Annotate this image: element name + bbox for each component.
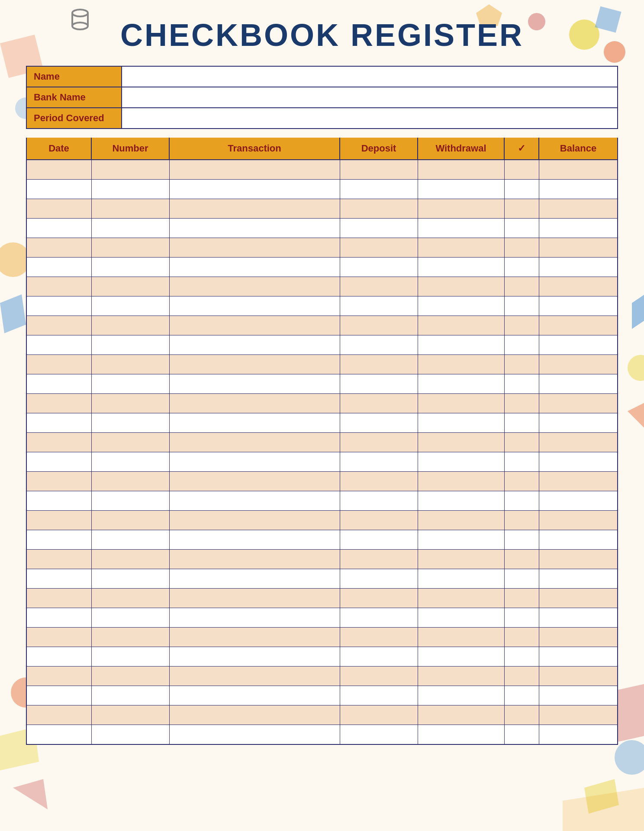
table-cell[interactable] [539, 589, 617, 608]
table-cell[interactable] [340, 589, 418, 608]
period-covered-value[interactable] [122, 108, 617, 128]
table-cell[interactable] [505, 413, 539, 432]
table-cell[interactable] [340, 608, 418, 627]
table-cell[interactable] [27, 452, 92, 471]
table-cell[interactable] [505, 355, 539, 374]
table-cell[interactable] [539, 452, 617, 471]
table-cell[interactable] [340, 550, 418, 569]
table-cell[interactable] [418, 335, 505, 354]
table-cell[interactable] [340, 725, 418, 744]
table-cell[interactable] [505, 569, 539, 588]
table-cell[interactable] [92, 219, 170, 238]
table-cell[interactable] [340, 452, 418, 471]
table-cell[interactable] [27, 394, 92, 413]
table-cell[interactable] [418, 452, 505, 471]
table-cell[interactable] [27, 316, 92, 335]
table-cell[interactable] [92, 258, 170, 277]
table-cell[interactable] [539, 355, 617, 374]
table-cell[interactable] [505, 452, 539, 471]
table-row[interactable] [27, 433, 617, 452]
table-cell[interactable] [340, 296, 418, 316]
table-cell[interactable] [27, 180, 92, 199]
table-cell[interactable] [505, 258, 539, 277]
table-cell[interactable] [539, 199, 617, 218]
table-cell[interactable] [27, 335, 92, 354]
table-cell[interactable] [27, 725, 92, 744]
table-row[interactable] [27, 277, 617, 296]
table-cell[interactable] [539, 219, 617, 238]
table-cell[interactable] [27, 608, 92, 627]
table-cell[interactable] [92, 199, 170, 218]
table-cell[interactable] [539, 238, 617, 257]
table-cell[interactable] [92, 433, 170, 452]
table-cell[interactable] [340, 219, 418, 238]
table-cell[interactable] [92, 180, 170, 199]
table-cell[interactable] [340, 316, 418, 335]
table-row[interactable] [27, 180, 617, 199]
table-cell[interactable] [170, 589, 340, 608]
table-cell[interactable] [340, 277, 418, 296]
table-cell[interactable] [340, 433, 418, 452]
table-cell[interactable] [418, 316, 505, 335]
table-cell[interactable] [340, 160, 418, 179]
table-cell[interactable] [340, 628, 418, 647]
table-row[interactable] [27, 569, 617, 589]
table-cell[interactable] [92, 608, 170, 627]
table-cell[interactable] [340, 569, 418, 588]
table-cell[interactable] [92, 511, 170, 530]
table-cell[interactable] [418, 238, 505, 257]
table-cell[interactable] [92, 277, 170, 296]
table-cell[interactable] [505, 608, 539, 627]
table-cell[interactable] [418, 219, 505, 238]
table-cell[interactable] [170, 238, 340, 257]
table-cell[interactable] [27, 219, 92, 238]
table-cell[interactable] [27, 258, 92, 277]
table-cell[interactable] [505, 550, 539, 569]
table-cell[interactable] [340, 238, 418, 257]
table-cell[interactable] [340, 199, 418, 218]
table-cell[interactable] [418, 355, 505, 374]
table-row[interactable] [27, 355, 617, 374]
table-cell[interactable] [340, 686, 418, 705]
table-cell[interactable] [170, 219, 340, 238]
table-row[interactable] [27, 394, 617, 413]
table-cell[interactable] [418, 394, 505, 413]
table-cell[interactable] [92, 374, 170, 393]
table-cell[interactable] [340, 355, 418, 374]
table-cell[interactable] [27, 472, 92, 491]
table-cell[interactable] [170, 433, 340, 452]
table-cell[interactable] [505, 589, 539, 608]
table-cell[interactable] [418, 472, 505, 491]
table-cell[interactable] [27, 705, 92, 725]
table-row[interactable] [27, 160, 617, 180]
table-cell[interactable] [340, 647, 418, 666]
table-cell[interactable] [505, 725, 539, 744]
table-cell[interactable] [170, 491, 340, 510]
table-cell[interactable] [418, 647, 505, 666]
table-cell[interactable] [170, 258, 340, 277]
table-cell[interactable] [505, 160, 539, 179]
table-row[interactable] [27, 550, 617, 569]
table-cell[interactable] [418, 608, 505, 627]
table-row[interactable] [27, 296, 617, 316]
name-value[interactable] [122, 67, 617, 87]
table-cell[interactable] [505, 277, 539, 296]
table-cell[interactable] [170, 335, 340, 354]
table-cell[interactable] [170, 296, 340, 316]
table-cell[interactable] [418, 725, 505, 744]
table-cell[interactable] [170, 569, 340, 588]
table-cell[interactable] [27, 530, 92, 549]
table-cell[interactable] [92, 394, 170, 413]
table-cell[interactable] [505, 686, 539, 705]
table-cell[interactable] [418, 705, 505, 725]
table-cell[interactable] [27, 238, 92, 257]
table-cell[interactable] [340, 394, 418, 413]
table-cell[interactable] [505, 511, 539, 530]
table-cell[interactable] [505, 647, 539, 666]
table-row[interactable] [27, 199, 617, 219]
table-cell[interactable] [92, 296, 170, 316]
table-cell[interactable] [27, 355, 92, 374]
table-row[interactable] [27, 472, 617, 491]
table-cell[interactable] [92, 355, 170, 374]
table-cell[interactable] [418, 433, 505, 452]
